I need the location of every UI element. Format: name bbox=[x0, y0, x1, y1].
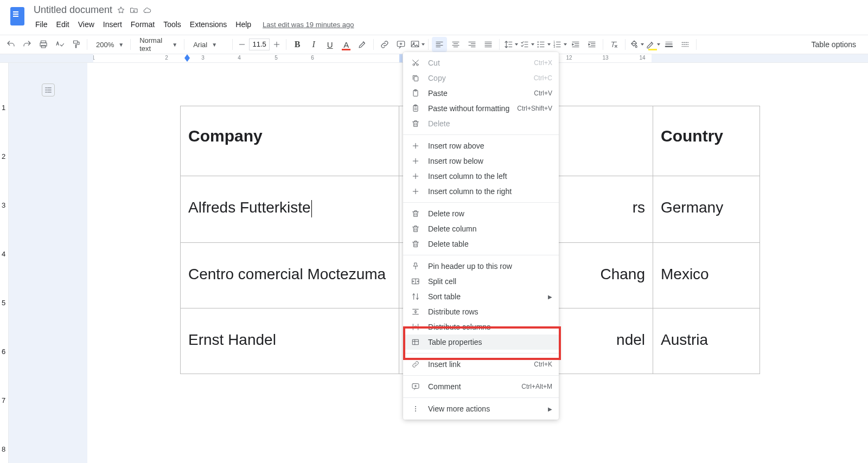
context-menu-view-more-actions[interactable]: View more actions▶ bbox=[403, 401, 559, 416]
ruler-tick: 3 bbox=[201, 55, 205, 61]
redo-button[interactable] bbox=[20, 37, 35, 52]
ruler-tick: 13 bbox=[602, 55, 608, 61]
document-title[interactable]: Untitled document bbox=[34, 4, 112, 16]
bulleted-list-button[interactable] bbox=[535, 37, 551, 52]
decrease-indent-button[interactable] bbox=[568, 37, 583, 52]
context-menu-table-properties[interactable]: Table properties bbox=[403, 335, 559, 350]
insert-image-button[interactable] bbox=[410, 37, 425, 52]
context-menu-paste-without-formatting[interactable]: Paste without formattingCtrl+Shift+V bbox=[403, 101, 559, 116]
undo-button[interactable] bbox=[3, 37, 18, 52]
bold-button[interactable]: B bbox=[290, 37, 305, 52]
star-icon[interactable] bbox=[117, 6, 125, 15]
svg-rect-20 bbox=[413, 339, 419, 344]
table-header-cell[interactable]: Company bbox=[181, 106, 399, 176]
menu-help[interactable]: Help bbox=[232, 18, 255, 31]
zoom-select[interactable]: 200%▼ bbox=[91, 37, 127, 52]
last-edit-link[interactable]: Last edit was 19 minutes ago bbox=[263, 21, 354, 29]
context-menu-copy: CopyCtrl+C bbox=[403, 70, 559, 86]
table-cell[interactable]: Centro comercial Moctezuma bbox=[181, 242, 399, 308]
move-icon[interactable] bbox=[130, 6, 138, 15]
border-color-button[interactable] bbox=[645, 37, 660, 52]
context-menu-paste[interactable]: PasteCtrl+V bbox=[403, 86, 559, 101]
underline-button[interactable]: U bbox=[322, 37, 337, 52]
svg-point-5 bbox=[413, 43, 414, 44]
table-header-cell[interactable]: Country bbox=[653, 106, 760, 176]
docs-logo[interactable] bbox=[7, 5, 28, 27]
context-menu-insert-link[interactable]: Insert linkCtrl+K bbox=[403, 357, 559, 372]
plus-icon bbox=[411, 171, 420, 181]
menu-format[interactable]: Format bbox=[127, 18, 158, 31]
menu-file[interactable]: File bbox=[31, 18, 52, 31]
vertical-ruler[interactable]: 123456789 bbox=[0, 63, 9, 463]
menu-view[interactable]: View bbox=[74, 18, 98, 31]
ruler-tick: 4 bbox=[238, 55, 241, 61]
plus-icon bbox=[411, 156, 420, 166]
context-menu-sort-table[interactable]: Sort table▶ bbox=[403, 289, 559, 304]
svg-point-7 bbox=[537, 44, 538, 45]
trash-icon bbox=[411, 239, 420, 249]
spellcheck-button[interactable] bbox=[52, 37, 67, 52]
context-menu-separator bbox=[403, 375, 559, 376]
svg-text:3: 3 bbox=[553, 45, 555, 48]
highlight-color-button[interactable] bbox=[355, 37, 370, 52]
context-menu-insert-column-to-the-left[interactable]: Insert column to the left bbox=[403, 169, 559, 184]
font-size-input[interactable]: 11.5 bbox=[249, 38, 270, 50]
table-cell[interactable]: Ernst Handel bbox=[181, 308, 399, 374]
print-button[interactable] bbox=[36, 37, 51, 52]
font-size-decrease[interactable] bbox=[236, 38, 248, 50]
context-menu-delete-column[interactable]: Delete column bbox=[403, 221, 559, 236]
insert-link-button[interactable] bbox=[377, 37, 392, 52]
table-cell[interactable]: Alfreds Futterkiste bbox=[181, 176, 399, 243]
context-menu-split-cell[interactable]: Split cell bbox=[403, 274, 559, 289]
context-menu-insert-row-above[interactable]: Insert row above bbox=[403, 138, 559, 153]
table-options-button[interactable]: Table options bbox=[802, 40, 865, 49]
border-dash-button[interactable] bbox=[678, 37, 693, 52]
italic-button[interactable]: I bbox=[306, 37, 321, 52]
context-menu-label: Cut bbox=[428, 59, 526, 67]
checklist-button[interactable] bbox=[519, 37, 534, 52]
toolbar: 200%▼ Normal text▼ Arial▼ 11.5 B I U A 1… bbox=[0, 35, 868, 54]
left-gutter bbox=[9, 63, 87, 463]
context-menu-label: Sort table bbox=[428, 292, 540, 301]
context-menu-pin-header-up-to-this-row[interactable]: Pin header up to this row bbox=[403, 259, 559, 274]
font-size-increase[interactable] bbox=[271, 38, 283, 50]
context-menu-label: View more actions bbox=[428, 404, 540, 413]
plus-icon bbox=[411, 141, 420, 151]
font-size-control: 11.5 bbox=[236, 38, 283, 50]
context-menu-distribute-rows[interactable]: Distribute rows bbox=[403, 304, 559, 319]
line-spacing-button[interactable] bbox=[503, 37, 518, 52]
menu-extensions[interactable]: Extensions bbox=[186, 18, 231, 31]
context-menu-delete-table[interactable]: Delete table bbox=[403, 236, 559, 252]
context-menu-delete-row[interactable]: Delete row bbox=[403, 206, 559, 221]
align-left-button[interactable] bbox=[432, 37, 447, 52]
table-cell[interactable]: Germany bbox=[653, 176, 760, 243]
cell-fill-color-button[interactable] bbox=[629, 37, 644, 52]
context-menu-insert-column-to-the-right[interactable]: Insert column to the right bbox=[403, 184, 559, 199]
context-menu-distribute-columns[interactable]: Distribute columns bbox=[403, 319, 559, 335]
border-width-button[interactable] bbox=[661, 37, 676, 52]
clear-formatting-button[interactable] bbox=[607, 37, 622, 52]
align-right-button[interactable] bbox=[464, 37, 480, 52]
context-menu-comment[interactable]: CommentCtrl+Alt+M bbox=[403, 379, 559, 394]
table-cell[interactable]: Austria bbox=[653, 308, 760, 374]
add-comment-button[interactable] bbox=[393, 37, 409, 52]
numbered-list-button[interactable]: 123 bbox=[552, 37, 567, 52]
dots-icon bbox=[411, 404, 420, 414]
table-cell[interactable]: Mexico bbox=[653, 242, 760, 308]
increase-indent-button[interactable] bbox=[584, 37, 599, 52]
paint-format-button[interactable] bbox=[68, 37, 84, 52]
menu-tools[interactable]: Tools bbox=[159, 18, 185, 31]
align-justify-button[interactable] bbox=[481, 37, 496, 52]
menu-insert[interactable]: Insert bbox=[99, 18, 126, 31]
sort-icon bbox=[411, 292, 420, 301]
font-family-select[interactable]: Arial▼ bbox=[188, 37, 229, 52]
context-menu-insert-row-below[interactable]: Insert row below bbox=[403, 153, 559, 169]
align-center-button[interactable] bbox=[448, 37, 463, 52]
menu-edit[interactable]: Edit bbox=[53, 18, 73, 31]
ruler-tick: 14 bbox=[639, 55, 645, 61]
cloud-status-icon[interactable] bbox=[143, 6, 151, 15]
document-outline-button[interactable] bbox=[42, 83, 55, 97]
paragraph-style-select[interactable]: Normal text▼ bbox=[134, 37, 181, 52]
ruler-tick: 12 bbox=[566, 55, 572, 61]
text-color-button[interactable]: A bbox=[339, 37, 354, 52]
